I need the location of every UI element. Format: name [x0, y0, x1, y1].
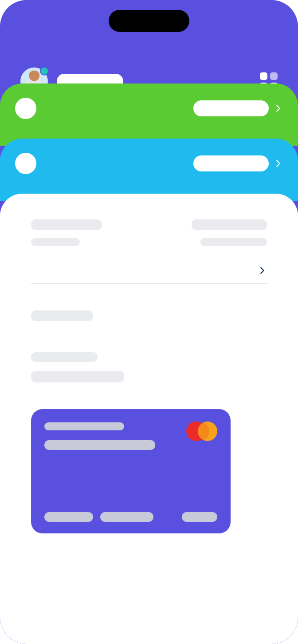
list-item-subtitle: [31, 371, 267, 382]
dynamic-island: [109, 10, 189, 32]
section-title-text: [31, 310, 93, 321]
mastercard-icon: [186, 421, 217, 441]
balance-summary-row: [31, 219, 267, 246]
divider: [31, 283, 267, 284]
grid-dot-icon: [260, 72, 267, 80]
chevron-right-icon: [257, 266, 267, 275]
account-icon: [15, 98, 36, 119]
summary-left-title: [31, 219, 102, 230]
chevron-right-icon: [273, 103, 283, 113]
card-label-line-1: [44, 422, 124, 430]
card-action-button[interactable]: [193, 100, 269, 116]
card-bottom-segment: [100, 512, 153, 522]
chevron-right-icon: [273, 159, 283, 168]
main-panel: [0, 194, 298, 644]
summary-right-subtitle: [200, 238, 267, 246]
card-header-row: [15, 151, 283, 176]
card-header-row: [15, 96, 283, 121]
account-icon: [15, 153, 36, 174]
card-bottom-segment: [44, 512, 93, 522]
list-item-title: [31, 352, 267, 362]
details-link[interactable]: [31, 266, 267, 275]
grid-dot-icon: [270, 72, 278, 80]
account-card-cyan[interactable]: [0, 139, 298, 201]
summary-right-title: [192, 219, 267, 230]
payment-card[interactable]: [31, 409, 231, 533]
card-bottom-segment: [182, 512, 217, 522]
card-bottom-row: [44, 512, 217, 522]
card-action-button[interactable]: [193, 155, 269, 171]
list-item-title-text: [31, 352, 98, 362]
account-card-green[interactable]: [0, 83, 298, 146]
section-title: [31, 310, 267, 321]
summary-left-subtitle: [31, 238, 80, 246]
phone-frame: [0, 0, 298, 644]
card-label-line-2: [44, 440, 155, 450]
list-item-subtitle-text: [31, 371, 124, 382]
presence-indicator-icon: [40, 67, 49, 76]
